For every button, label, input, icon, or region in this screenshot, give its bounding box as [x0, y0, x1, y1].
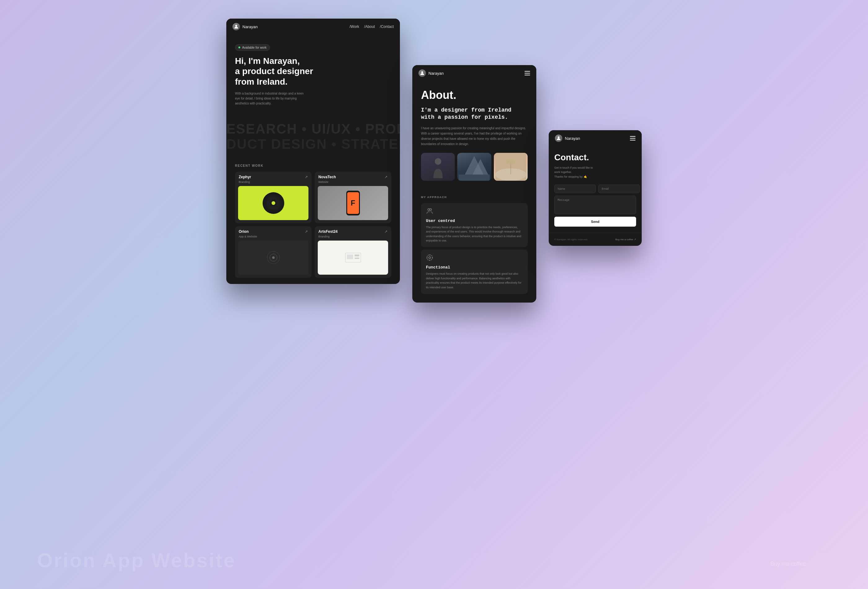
about-description: I have an unwavering passion for creatin…	[421, 125, 528, 147]
artsfest-graphic	[344, 251, 362, 264]
novatech-tag: Website	[314, 180, 391, 186]
bottom-label-main: Orion App Website	[37, 551, 236, 570]
svg-point-9	[435, 158, 441, 165]
bottom-label-container: Orion App Website	[37, 551, 236, 570]
svg-point-19	[429, 257, 431, 258]
contact-logo-avatar	[555, 134, 562, 142]
functional-icon	[426, 254, 433, 261]
screen-about: Narayan About. I'm a designer from Irela…	[412, 65, 536, 303]
buy-coffee-text: Buy me coffee	[771, 561, 806, 567]
footer-copyright: © Narayan. All rights reserved.	[554, 238, 588, 241]
marquee-section: ESEARCH • UI/UX • PROD DUCT DESIGN • STR…	[226, 112, 400, 158]
user-centered-icon	[426, 207, 433, 215]
surf-svg	[494, 153, 528, 181]
approach-card-user: User centred The primary focus of produc…	[421, 203, 528, 247]
orion-graphic	[266, 250, 281, 265]
email-input[interactable]	[598, 185, 640, 193]
svg-point-0	[235, 25, 237, 27]
orion-header: Orion ↗	[235, 226, 311, 235]
contact-logo-text: Narayan	[565, 136, 580, 141]
zephyr-tag: Branding	[235, 180, 311, 186]
zephyr-arrow-icon: ↗	[305, 175, 308, 179]
nav-contact[interactable]: /Contact	[380, 25, 394, 29]
orion-arrow-icon: ↗	[305, 229, 308, 234]
about-img-mountain	[457, 153, 491, 181]
svg-rect-12	[459, 174, 490, 181]
zephyr-title: Zephyr	[239, 175, 251, 179]
send-button[interactable]: Send	[554, 217, 636, 227]
zephyr-header: Zephyr ↗	[235, 172, 311, 180]
approach-label: MY APPROACH	[421, 196, 528, 199]
hero-section: Available for work Hi, I'm Narayan,a pro…	[226, 35, 400, 112]
about-img-person	[421, 153, 455, 181]
svg-point-3	[272, 256, 275, 259]
desktop-logo[interactable]: Narayan	[232, 23, 258, 30]
nav-work[interactable]: /Work	[349, 25, 359, 29]
svg-rect-5	[347, 254, 353, 259]
message-textarea[interactable]	[554, 196, 636, 214]
svg-rect-6	[355, 254, 359, 256]
buy-coffee-bottom: Buy me coffee	[771, 561, 806, 567]
contact-form: Send	[554, 185, 636, 227]
available-text: Available for work	[242, 46, 267, 49]
screen-desktop: Narayan /Work /About /Contact Available …	[226, 19, 400, 284]
artsfest-header: ArtsFest24 ↗	[314, 226, 391, 235]
contact-content: Contact. Get in touch if you would like …	[549, 146, 642, 233]
about-logo-text: Narayan	[428, 71, 444, 76]
mountain-svg	[457, 153, 491, 181]
recent-work-label: RECENT WORK	[235, 164, 391, 167]
about-title: About.	[421, 89, 528, 102]
marquee-line2: DUCT DESIGN • STRATE	[226, 137, 400, 152]
work-card-artsfest[interactable]: ArtsFest24 ↗ Branding	[314, 226, 391, 278]
approach-card-functional: Functional Designers must focus on creat…	[421, 249, 528, 294]
about-hamburger[interactable]	[524, 71, 530, 75]
svg-point-8	[421, 71, 423, 73]
hero-subtitle: With a background in industrial design a…	[235, 91, 309, 106]
vinyl-record	[263, 192, 284, 214]
artsfest-tag: Branding	[314, 235, 391, 241]
nav-about[interactable]: /About	[364, 25, 375, 29]
work-card-orion[interactable]: Orion ↗ App & Website	[235, 226, 311, 278]
user-centered-title: User centred	[426, 218, 523, 223]
svg-point-20	[427, 255, 433, 260]
buy-coffee-link[interactable]: Buy me a coffee ↗	[616, 238, 636, 241]
work-card-zephyr[interactable]: Zephyr ↗ Branding	[235, 172, 311, 223]
contact-title: Contact.	[554, 152, 636, 162]
work-grid: Zephyr ↗ Branding	[235, 172, 391, 278]
contact-description: Get in touch if you would like towork to…	[554, 165, 636, 179]
about-logo-avatar	[418, 69, 426, 77]
f-letter: F	[351, 199, 355, 207]
artsfest-arrow-icon: ↗	[384, 229, 388, 234]
functional-title: Functional	[426, 265, 523, 270]
orion-title: Orion	[239, 229, 249, 234]
artsfest-title: ArtsFest24	[318, 229, 338, 234]
contact-hamburger[interactable]	[630, 136, 636, 140]
zephyr-image	[238, 186, 309, 220]
orion-image	[238, 241, 309, 275]
logo-text: Narayan	[242, 25, 258, 29]
about-tagline: I'm a designer from Ireland with a passi…	[421, 107, 528, 121]
svg-rect-7	[355, 258, 359, 259]
name-input[interactable]	[554, 185, 596, 193]
hero-title: Hi, I'm Narayan,a product designerfrom I…	[235, 56, 391, 87]
screen-contact: Narayan Contact. Get in touch if you wou…	[549, 130, 642, 246]
svg-point-17	[428, 209, 430, 211]
logo-avatar	[232, 23, 240, 30]
novatech-header: NovaTech ↗	[314, 172, 391, 180]
svg-point-21	[558, 136, 559, 138]
marquee-line1: ESEARCH • UI/UX • PROD	[226, 121, 400, 136]
recent-work-section: RECENT WORK Zephyr ↗ Branding	[226, 158, 400, 284]
about-navbar: Narayan	[412, 65, 536, 81]
about-images	[421, 153, 528, 181]
work-card-novatech[interactable]: NovaTech ↗ Website F	[314, 172, 391, 223]
contact-logo[interactable]: Narayan	[555, 134, 580, 142]
svg-point-18	[430, 209, 431, 211]
artsfest-image	[318, 241, 388, 275]
phone-mockup: F	[346, 190, 360, 216]
available-dot	[238, 46, 240, 48]
my-approach-section: MY APPROACH User centred The primary foc…	[412, 196, 536, 303]
about-logo[interactable]: Narayan	[418, 69, 444, 77]
about-content: About. I'm a designer from Ireland with …	[412, 81, 536, 196]
desktop-nav-links: /Work /About /Contact	[349, 25, 394, 29]
desktop-navbar: Narayan /Work /About /Contact	[226, 19, 400, 35]
